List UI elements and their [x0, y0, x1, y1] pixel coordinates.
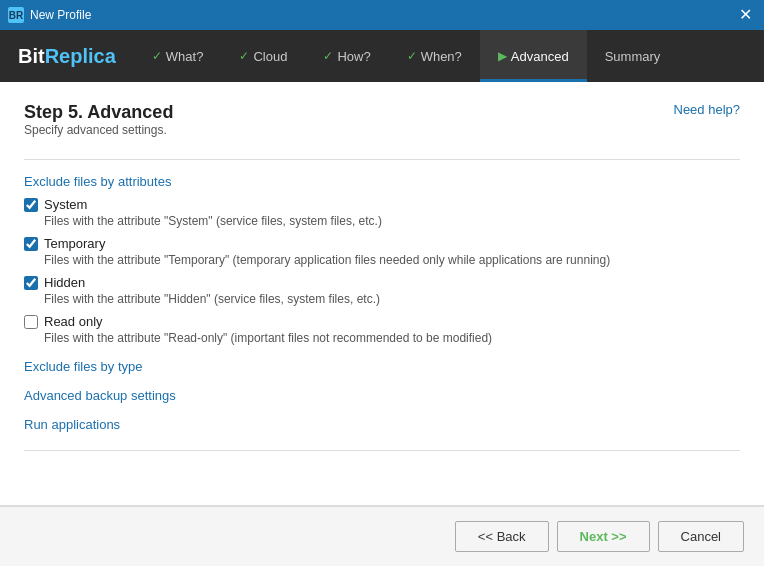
brand-replica: Replica	[45, 45, 116, 68]
nav-label-how: How?	[337, 49, 370, 64]
checkbox-hidden-item: Hidden	[24, 275, 740, 290]
divider-bottom	[24, 450, 740, 451]
nav-label-summary: Summary	[605, 49, 661, 64]
check-icon-cloud: ✓	[239, 49, 249, 63]
brand-bit: Bit	[18, 45, 45, 68]
exclude-by-type-link[interactable]: Exclude files by type	[24, 359, 740, 374]
check-icon-how: ✓	[323, 49, 333, 63]
checkbox-readonly-desc: Files with the attribute "Read-only" (im…	[44, 331, 740, 345]
check-icon-what: ✓	[152, 49, 162, 63]
checkbox-temporary[interactable]	[24, 237, 38, 251]
checkbox-readonly-label[interactable]: Read only	[44, 314, 103, 329]
checkbox-hidden[interactable]	[24, 276, 38, 290]
nav-step-what[interactable]: ✓ What?	[134, 30, 222, 82]
need-help-link[interactable]: Need help?	[674, 102, 741, 117]
nav-step-summary[interactable]: Summary	[587, 30, 679, 82]
checkbox-system[interactable]	[24, 198, 38, 212]
next-button[interactable]: Next >>	[557, 521, 650, 552]
nav-label-cloud: Cloud	[253, 49, 287, 64]
nav-label-what: What?	[166, 49, 204, 64]
checkbox-system-label[interactable]: System	[44, 197, 87, 212]
back-button[interactable]: << Back	[455, 521, 549, 552]
checkbox-temporary-label[interactable]: Temporary	[44, 236, 105, 251]
checkbox-system-desc: Files with the attribute "System" (servi…	[44, 214, 740, 228]
checkbox-readonly[interactable]	[24, 315, 38, 329]
nav-label-when: When?	[421, 49, 462, 64]
checkbox-hidden-label[interactable]: Hidden	[44, 275, 85, 290]
step-title: Step 5. Advanced	[24, 102, 173, 123]
checkbox-readonly-item: Read only	[24, 314, 740, 329]
run-applications-link[interactable]: Run applications	[24, 417, 740, 432]
nav-step-advanced[interactable]: ▶ Advanced	[480, 30, 587, 82]
footer: << Back Next >> Cancel	[0, 506, 764, 566]
title-bar: BR New Profile ✕	[0, 0, 764, 30]
divider-top	[24, 159, 740, 160]
app-icon: BR	[8, 7, 24, 23]
nav-steps: ✓ What? ✓ Cloud ✓ How? ✓ When? ▶ Advance…	[134, 30, 764, 82]
checkbox-hidden-desc: Files with the attribute "Hidden" (servi…	[44, 292, 740, 306]
nav-step-when[interactable]: ✓ When?	[389, 30, 480, 82]
arrow-icon-advanced: ▶	[498, 49, 507, 63]
checkbox-temporary-desc: Files with the attribute "Temporary" (te…	[44, 253, 740, 267]
advanced-backup-link[interactable]: Advanced backup settings	[24, 388, 740, 403]
nav-bar: BitReplica ✓ What? ✓ Cloud ✓ How? ✓ When…	[0, 30, 764, 82]
checkbox-temporary-item: Temporary	[24, 236, 740, 251]
main-content: Step 5. Advanced Specify advanced settin…	[0, 82, 764, 506]
step-subtitle: Specify advanced settings.	[24, 123, 173, 137]
nav-step-how[interactable]: ✓ How?	[305, 30, 388, 82]
check-icon-when: ✓	[407, 49, 417, 63]
window-title: New Profile	[30, 8, 91, 22]
checkbox-system-item: System	[24, 197, 740, 212]
nav-label-advanced: Advanced	[511, 49, 569, 64]
exclude-by-attr-link[interactable]: Exclude files by attributes	[24, 174, 740, 189]
nav-step-cloud[interactable]: ✓ Cloud	[221, 30, 305, 82]
close-button[interactable]: ✕	[735, 5, 756, 25]
brand-logo: BitReplica	[0, 30, 134, 82]
cancel-button[interactable]: Cancel	[658, 521, 744, 552]
